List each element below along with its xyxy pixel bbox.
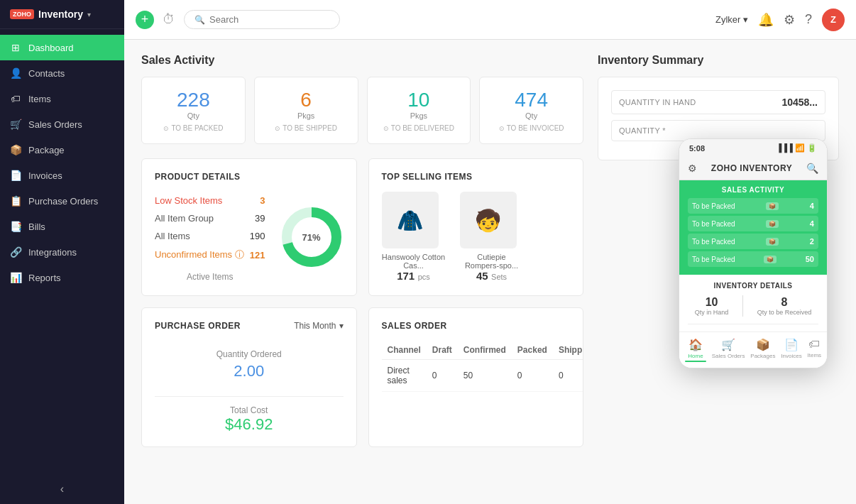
inv-row-hand: QUANTITY IN HAND 10458... bbox=[611, 90, 825, 114]
po-total-label: Total Cost bbox=[155, 405, 344, 415]
mob-home-icon: 🏠 bbox=[688, 338, 703, 351]
add-button[interactable]: + bbox=[136, 11, 154, 29]
contacts-icon: 👤 bbox=[10, 67, 21, 79]
mob-sa-label-2: To be Packed bbox=[692, 238, 735, 246]
invoice-icon: ⊙ bbox=[499, 125, 505, 132]
sidebar-item-dashboard[interactable]: ⊞ Dashboard bbox=[0, 35, 124, 60]
mob-items-label: Items bbox=[807, 352, 821, 358]
pack-icon: ⊙ bbox=[163, 125, 169, 132]
sidebar-app-name: Inventory bbox=[38, 9, 83, 20]
history-icon[interactable]: ⏱ bbox=[163, 12, 175, 27]
sidebar-item-purchase-orders[interactable]: 📋 Purchase Orders bbox=[0, 188, 124, 214]
sales-activity-title: Sales Activity bbox=[141, 54, 583, 67]
sidebar-item-invoices[interactable]: 📄 Invoices bbox=[0, 163, 124, 188]
ts-name-1: Cutiepie Rompers-spo... bbox=[460, 253, 524, 270]
pd-val-allitems: 190 bbox=[250, 231, 265, 241]
mob-sa-row-1[interactable]: To be Packed 📦 4 bbox=[688, 216, 818, 231]
sa-sublabel-invoice: ⊙ TO BE INVOICED bbox=[494, 124, 569, 132]
sidebar-label-package: Package bbox=[28, 145, 65, 155]
po-filter-dropdown[interactable]: This Month ▾ bbox=[294, 321, 343, 331]
sidebar-item-items[interactable]: 🏷 Items bbox=[0, 86, 124, 111]
sidebar-nav: ⊞ Dashboard 👤 Contacts 🏷 Items 🛒 Sales O… bbox=[0, 29, 124, 474]
mob-search-icon[interactable]: 🔍 bbox=[806, 163, 818, 174]
sidebar-item-sales-orders[interactable]: 🛒 Sales Orders bbox=[0, 111, 124, 137]
mob-nav-packages[interactable]: 📦 Packages bbox=[750, 338, 775, 362]
sidebar-item-package[interactable]: 📦 Package bbox=[0, 137, 124, 163]
mob-salesorders-icon: 🛒 bbox=[721, 338, 735, 351]
donut-percent-label: 71% bbox=[302, 231, 320, 242]
sa-card-invoice[interactable]: 474 Qty ⊙ TO BE INVOICED bbox=[479, 77, 583, 144]
sa-number-ship: 6 bbox=[269, 89, 344, 111]
search-input[interactable] bbox=[209, 14, 329, 25]
mob-sa-row-0[interactable]: To be Packed 📦 4 bbox=[688, 198, 818, 214]
package-icon: 📦 bbox=[10, 144, 21, 155]
mob-topbar: ⚙ ZOHO INVENTORY 🔍 bbox=[679, 157, 827, 180]
sidebar-dropdown-icon[interactable]: ▾ bbox=[87, 11, 91, 18]
mob-qty-hand-val: 10 bbox=[695, 296, 729, 309]
sidebar-collapse-button[interactable]: ‹ bbox=[0, 474, 124, 504]
search-box[interactable]: 🔍 bbox=[184, 10, 340, 29]
items-icon: 🏷 bbox=[10, 93, 21, 104]
mob-items-icon: 🏷 bbox=[808, 338, 820, 351]
mob-signal: ▐▐▐ 📶 🔋 bbox=[777, 143, 818, 153]
so-table-header-row: Channel Draft Confirmed Packed Shipp... bbox=[382, 341, 584, 360]
mob-inv-stats: 10 Qty in Hand 8 Qty to be Received bbox=[688, 295, 818, 324]
sa-card-pack[interactable]: 228 Qty ⊙ TO BE PACKED bbox=[141, 77, 246, 144]
topbar-right: Zylker ▾ 🔔 ⚙ ? Z bbox=[715, 9, 845, 31]
mob-sa-row-2[interactable]: To be Packed 📦 2 bbox=[688, 234, 818, 249]
mob-home-underline bbox=[685, 361, 706, 362]
po-qty-stat: Quantity Ordered 2.00 bbox=[155, 342, 344, 388]
sales-activity-cards: 228 Qty ⊙ TO BE PACKED 6 Pkgs ⊙ bbox=[141, 77, 583, 144]
donut-chart: 71% bbox=[280, 205, 344, 269]
mob-nav-items[interactable]: 🏷 Items bbox=[807, 338, 821, 362]
sales-order-card: SALES ORDER Channel Draft Confirmed Pack… bbox=[368, 307, 584, 447]
mob-packages-label: Packages bbox=[750, 353, 775, 359]
sa-sublabel-pack: ⊙ TO BE PACKED bbox=[156, 124, 231, 132]
mob-stat-divider bbox=[742, 295, 743, 317]
left-column: Sales Activity 228 Qty ⊙ TO BE PACKED 6 bbox=[141, 54, 583, 447]
settings-icon[interactable]: ⚙ bbox=[784, 12, 795, 28]
mob-nav-invoices[interactable]: 📄 Invoices bbox=[781, 338, 801, 362]
mob-sa-label-3: To be Packed bbox=[692, 256, 735, 263]
sa-card-deliver[interactable]: 10 Pkgs ⊙ TO BE DELIVERED bbox=[367, 77, 471, 144]
sidebar-label-dashboard: Dashboard bbox=[28, 43, 74, 53]
sidebar-label-purchase-orders: Purchase Orders bbox=[28, 196, 98, 207]
ts-qty-0: 171 pcs bbox=[382, 270, 446, 283]
top-selling-card: TOP SELLING ITEMS 🧥 Hanswooly Cotton Cas… bbox=[368, 158, 584, 296]
sidebar-item-contacts[interactable]: 👤 Contacts bbox=[0, 60, 124, 86]
sidebar-label-items: Items bbox=[28, 94, 51, 104]
org-name[interactable]: Zylker ▾ bbox=[715, 14, 748, 25]
so-table-row-0[interactable]: Direct sales 0 50 0 0 bbox=[382, 360, 584, 392]
zoho-logo-badge: ZOHO bbox=[10, 9, 34, 19]
ts-img-1: 🧒 bbox=[460, 192, 517, 248]
mob-nav-salesorders[interactable]: 🛒 Sales Orders bbox=[712, 338, 745, 362]
pd-row-unconfirmed[interactable]: Unconfirmed Items ⓘ 121 bbox=[155, 245, 265, 265]
pd-row-allitems: All Items 190 bbox=[155, 227, 265, 245]
mob-qty-receive-label: Qty to be Received bbox=[757, 309, 812, 316]
mob-gear-icon[interactable]: ⚙ bbox=[688, 163, 697, 174]
ts-item-1[interactable]: 🧒 Cutiepie Rompers-spo... 45 Sets bbox=[460, 192, 524, 283]
sa-label-invoice: Qty bbox=[494, 111, 569, 120]
so-col-packed: Packed bbox=[512, 341, 553, 360]
mob-nav-home[interactable]: 🏠 Home bbox=[685, 338, 706, 362]
mob-sa-val-2: 2 bbox=[810, 237, 814, 246]
mob-sa-val-1: 4 bbox=[810, 219, 814, 228]
mob-sa-row-3[interactable]: To be Packed 📦 50 bbox=[688, 251, 818, 267]
pd-row-lowstock[interactable]: Low Stock Items 3 bbox=[155, 192, 265, 209]
mob-sa-label-1: To be Packed bbox=[692, 220, 735, 228]
sidebar-item-bills[interactable]: 📑 Bills bbox=[0, 214, 124, 239]
search-icon: 🔍 bbox=[194, 15, 205, 25]
sa-card-ship[interactable]: 6 Pkgs ⊙ TO BE SHIPPED bbox=[254, 77, 358, 144]
help-icon[interactable]: ? bbox=[805, 12, 812, 27]
avatar[interactable]: Z bbox=[822, 9, 845, 31]
product-details-title: PRODUCT DETAILS bbox=[155, 172, 344, 182]
sidebar-item-reports[interactable]: 📊 Reports bbox=[0, 265, 124, 290]
so-title: SALES ORDER bbox=[382, 321, 571, 331]
po-divider bbox=[155, 396, 344, 397]
ts-item-0[interactable]: 🧥 Hanswooly Cotton Cas... 171 pcs bbox=[382, 192, 446, 283]
mob-inv-details: INVENTORY DETAILS 10 Qty in Hand 8 Qty t… bbox=[679, 275, 827, 332]
mob-app-name: ZOHO INVENTORY bbox=[711, 163, 792, 173]
notifications-icon[interactable]: 🔔 bbox=[758, 12, 774, 28]
sidebar-item-integrations[interactable]: 🔗 Integrations bbox=[0, 239, 124, 265]
bills-icon: 📑 bbox=[10, 221, 21, 232]
